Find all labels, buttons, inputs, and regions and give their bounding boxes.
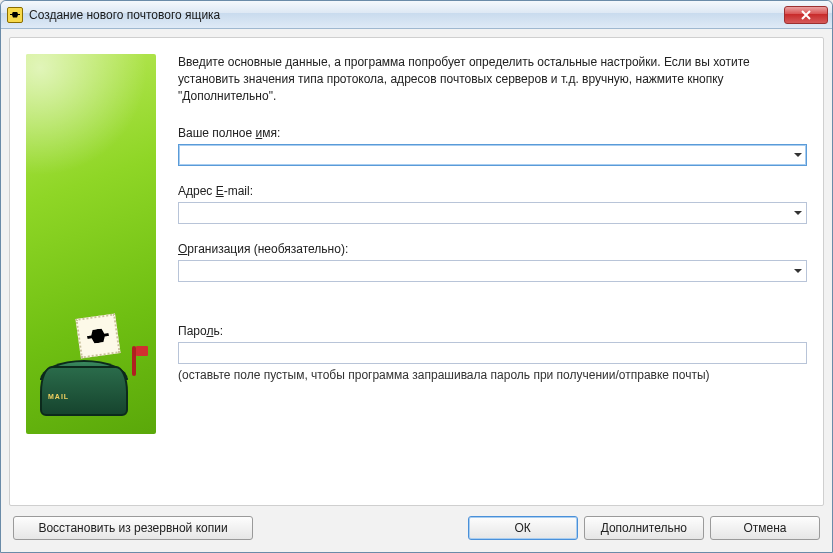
email-input[interactable] xyxy=(178,202,807,224)
intro-text: Введите основные данные, а программа поп… xyxy=(178,54,807,104)
sidebar-illustration: MAIL xyxy=(26,54,156,434)
advanced-button[interactable]: Дополнительно xyxy=(584,516,704,540)
mailbox-icon: MAIL xyxy=(40,316,142,416)
cancel-button[interactable]: Отмена xyxy=(710,516,820,540)
titlebar[interactable]: Создание нового почтового ящика xyxy=(1,1,832,29)
chevron-down-icon xyxy=(794,153,802,157)
chevron-down-icon xyxy=(794,269,802,273)
chevron-down-icon xyxy=(794,211,802,215)
org-input[interactable] xyxy=(178,260,807,282)
close-button[interactable] xyxy=(784,6,828,24)
name-label: Ваше полное имя: xyxy=(178,126,807,140)
field-password: Пароль: (оставьте поле пустым, чтобы про… xyxy=(178,324,807,382)
button-row: Восстановить из резервной копии ОК Допол… xyxy=(9,506,824,544)
field-org: Организация (необязательно): xyxy=(178,242,807,282)
field-name: Ваше полное имя: xyxy=(178,126,807,166)
main-panel: MAIL Введите основные данные, а программ… xyxy=(9,37,824,506)
name-input[interactable] xyxy=(178,144,807,166)
app-icon xyxy=(7,7,23,23)
field-email: Адрес E-mail: xyxy=(178,184,807,224)
org-label: Организация (необязательно): xyxy=(178,242,807,256)
password-input[interactable] xyxy=(178,342,807,364)
email-label: Адрес E-mail: xyxy=(178,184,807,198)
client-area: MAIL Введите основные данные, а программ… xyxy=(1,29,832,552)
password-label: Пароль: xyxy=(178,324,807,338)
close-icon xyxy=(801,10,811,20)
dialog-window: Создание нового почтового ящика MAIL Вве… xyxy=(0,0,833,553)
window-title: Создание нового почтового ящика xyxy=(29,8,784,22)
password-hint: (оставьте поле пустым, чтобы программа з… xyxy=(178,368,807,382)
form-area: Введите основные данные, а программа поп… xyxy=(178,54,807,489)
ok-button[interactable]: ОК xyxy=(468,516,578,540)
restore-button[interactable]: Восстановить из резервной копии xyxy=(13,516,253,540)
